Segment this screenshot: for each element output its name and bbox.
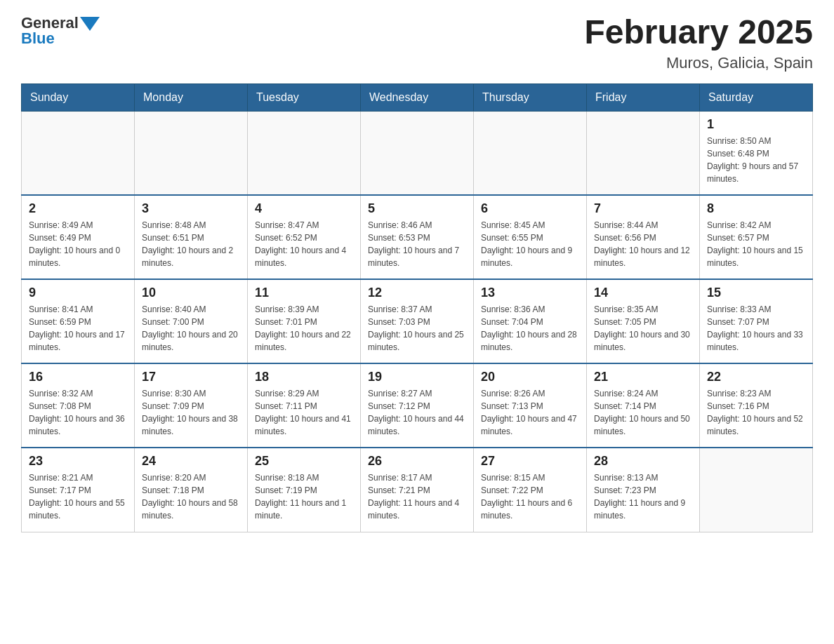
calendar-cell (700, 448, 813, 532)
calendar-cell (474, 111, 587, 195)
calendar-week-row: 1Sunrise: 8:50 AM Sunset: 6:48 PM Daylig… (22, 111, 813, 195)
calendar-cell: 7Sunrise: 8:44 AM Sunset: 6:56 PM Daylig… (587, 195, 700, 279)
calendar-cell: 9Sunrise: 8:41 AM Sunset: 6:59 PM Daylig… (22, 279, 135, 363)
day-info: Sunrise: 8:20 AM Sunset: 7:18 PM Dayligh… (142, 471, 240, 522)
day-info: Sunrise: 8:15 AM Sunset: 7:22 PM Dayligh… (481, 471, 579, 522)
weekday-header-friday: Friday (587, 83, 700, 111)
day-number: 15 (707, 286, 805, 300)
day-number: 19 (368, 370, 466, 384)
day-info: Sunrise: 8:50 AM Sunset: 6:48 PM Dayligh… (707, 135, 805, 185)
calendar-cell: 5Sunrise: 8:46 AM Sunset: 6:53 PM Daylig… (361, 195, 474, 279)
calendar-cell: 13Sunrise: 8:36 AM Sunset: 7:04 PM Dayli… (474, 279, 587, 363)
day-number: 20 (481, 370, 579, 384)
calendar-cell (135, 111, 248, 195)
day-info: Sunrise: 8:21 AM Sunset: 7:17 PM Dayligh… (29, 471, 127, 522)
day-info: Sunrise: 8:24 AM Sunset: 7:14 PM Dayligh… (594, 387, 692, 438)
weekday-header-sunday: Sunday (22, 83, 135, 111)
day-number: 27 (481, 454, 579, 469)
calendar-cell: 6Sunrise: 8:45 AM Sunset: 6:55 PM Daylig… (474, 195, 587, 279)
calendar-title: February 2025 (584, 14, 813, 51)
calendar-cell: 21Sunrise: 8:24 AM Sunset: 7:14 PM Dayli… (587, 363, 700, 448)
day-info: Sunrise: 8:18 AM Sunset: 7:19 PM Dayligh… (255, 471, 353, 522)
day-info: Sunrise: 8:17 AM Sunset: 7:21 PM Dayligh… (368, 471, 466, 522)
day-number: 17 (142, 370, 240, 384)
weekday-header-saturday: Saturday (700, 83, 813, 111)
calendar-week-row: 23Sunrise: 8:21 AM Sunset: 7:17 PM Dayli… (22, 448, 813, 532)
calendar-cell: 28Sunrise: 8:13 AM Sunset: 7:23 PM Dayli… (587, 448, 700, 532)
weekday-header-row: SundayMondayTuesdayWednesdayThursdayFrid… (22, 83, 813, 111)
calendar-cell: 2Sunrise: 8:49 AM Sunset: 6:49 PM Daylig… (22, 195, 135, 279)
day-number: 16 (29, 370, 127, 384)
calendar-cell: 4Sunrise: 8:47 AM Sunset: 6:52 PM Daylig… (248, 195, 361, 279)
day-number: 2 (29, 201, 127, 216)
calendar-cell (361, 111, 474, 195)
logo-text-blue: Blue (21, 29, 55, 48)
day-number: 24 (142, 454, 240, 469)
calendar-cell: 24Sunrise: 8:20 AM Sunset: 7:18 PM Dayli… (135, 448, 248, 532)
title-section: February 2025 Muros, Galicia, Spain (584, 14, 813, 72)
calendar-cell (22, 111, 135, 195)
day-info: Sunrise: 8:33 AM Sunset: 7:07 PM Dayligh… (707, 303, 805, 354)
calendar-cell: 18Sunrise: 8:29 AM Sunset: 7:11 PM Dayli… (248, 363, 361, 448)
day-info: Sunrise: 8:36 AM Sunset: 7:04 PM Dayligh… (481, 303, 579, 354)
day-number: 18 (255, 370, 353, 384)
calendar-cell: 26Sunrise: 8:17 AM Sunset: 7:21 PM Dayli… (361, 448, 474, 532)
day-info: Sunrise: 8:39 AM Sunset: 7:01 PM Dayligh… (255, 303, 353, 354)
calendar-week-row: 9Sunrise: 8:41 AM Sunset: 6:59 PM Daylig… (22, 279, 813, 363)
day-info: Sunrise: 8:26 AM Sunset: 7:13 PM Dayligh… (481, 387, 579, 438)
location-subtitle: Muros, Galicia, Spain (584, 54, 813, 72)
day-number: 7 (594, 201, 692, 216)
day-number: 22 (707, 370, 805, 384)
day-info: Sunrise: 8:13 AM Sunset: 7:23 PM Dayligh… (594, 471, 692, 522)
calendar-cell: 3Sunrise: 8:48 AM Sunset: 6:51 PM Daylig… (135, 195, 248, 279)
calendar-cell: 23Sunrise: 8:21 AM Sunset: 7:17 PM Dayli… (22, 448, 135, 532)
day-number: 8 (707, 201, 805, 216)
day-info: Sunrise: 8:48 AM Sunset: 6:51 PM Dayligh… (142, 219, 240, 269)
day-info: Sunrise: 8:41 AM Sunset: 6:59 PM Dayligh… (29, 303, 127, 354)
day-info: Sunrise: 8:46 AM Sunset: 6:53 PM Dayligh… (368, 219, 466, 269)
day-info: Sunrise: 8:29 AM Sunset: 7:11 PM Dayligh… (255, 387, 353, 438)
day-info: Sunrise: 8:23 AM Sunset: 7:16 PM Dayligh… (707, 387, 805, 438)
day-number: 3 (142, 201, 240, 216)
day-number: 23 (29, 454, 127, 469)
calendar-table: SundayMondayTuesdayWednesdayThursdayFrid… (21, 83, 813, 532)
day-info: Sunrise: 8:30 AM Sunset: 7:09 PM Dayligh… (142, 387, 240, 438)
weekday-header-thursday: Thursday (474, 83, 587, 111)
calendar-cell: 16Sunrise: 8:32 AM Sunset: 7:08 PM Dayli… (22, 363, 135, 448)
page-header: General Blue February 2025 Muros, Galici… (21, 14, 813, 72)
day-info: Sunrise: 8:47 AM Sunset: 6:52 PM Dayligh… (255, 219, 353, 269)
calendar-cell (248, 111, 361, 195)
calendar-cell: 17Sunrise: 8:30 AM Sunset: 7:09 PM Dayli… (135, 363, 248, 448)
calendar-cell: 11Sunrise: 8:39 AM Sunset: 7:01 PM Dayli… (248, 279, 361, 363)
day-number: 25 (255, 454, 353, 469)
day-number: 9 (29, 286, 127, 300)
day-info: Sunrise: 8:40 AM Sunset: 7:00 PM Dayligh… (142, 303, 240, 354)
calendar-cell: 25Sunrise: 8:18 AM Sunset: 7:19 PM Dayli… (248, 448, 361, 532)
day-info: Sunrise: 8:49 AM Sunset: 6:49 PM Dayligh… (29, 219, 127, 269)
weekday-header-monday: Monday (135, 83, 248, 111)
calendar-cell: 22Sunrise: 8:23 AM Sunset: 7:16 PM Dayli… (700, 363, 813, 448)
day-info: Sunrise: 8:44 AM Sunset: 6:56 PM Dayligh… (594, 219, 692, 269)
day-number: 6 (481, 201, 579, 216)
calendar-cell: 27Sunrise: 8:15 AM Sunset: 7:22 PM Dayli… (474, 448, 587, 532)
day-info: Sunrise: 8:45 AM Sunset: 6:55 PM Dayligh… (481, 219, 579, 269)
day-number: 11 (255, 286, 353, 300)
calendar-cell: 8Sunrise: 8:42 AM Sunset: 6:57 PM Daylig… (700, 195, 813, 279)
day-info: Sunrise: 8:42 AM Sunset: 6:57 PM Dayligh… (707, 219, 805, 269)
day-number: 28 (594, 454, 692, 469)
day-info: Sunrise: 8:27 AM Sunset: 7:12 PM Dayligh… (368, 387, 466, 438)
calendar-cell: 14Sunrise: 8:35 AM Sunset: 7:05 PM Dayli… (587, 279, 700, 363)
calendar-cell: 12Sunrise: 8:37 AM Sunset: 7:03 PM Dayli… (361, 279, 474, 363)
calendar-cell (587, 111, 700, 195)
logo: General Blue (21, 14, 100, 48)
day-number: 4 (255, 201, 353, 216)
day-number: 13 (481, 286, 579, 300)
calendar-cell: 20Sunrise: 8:26 AM Sunset: 7:13 PM Dayli… (474, 363, 587, 448)
calendar-week-row: 16Sunrise: 8:32 AM Sunset: 7:08 PM Dayli… (22, 363, 813, 448)
weekday-header-tuesday: Tuesday (248, 83, 361, 111)
day-number: 14 (594, 286, 692, 300)
day-info: Sunrise: 8:35 AM Sunset: 7:05 PM Dayligh… (594, 303, 692, 354)
calendar-cell: 19Sunrise: 8:27 AM Sunset: 7:12 PM Dayli… (361, 363, 474, 448)
day-number: 12 (368, 286, 466, 300)
day-info: Sunrise: 8:37 AM Sunset: 7:03 PM Dayligh… (368, 303, 466, 354)
